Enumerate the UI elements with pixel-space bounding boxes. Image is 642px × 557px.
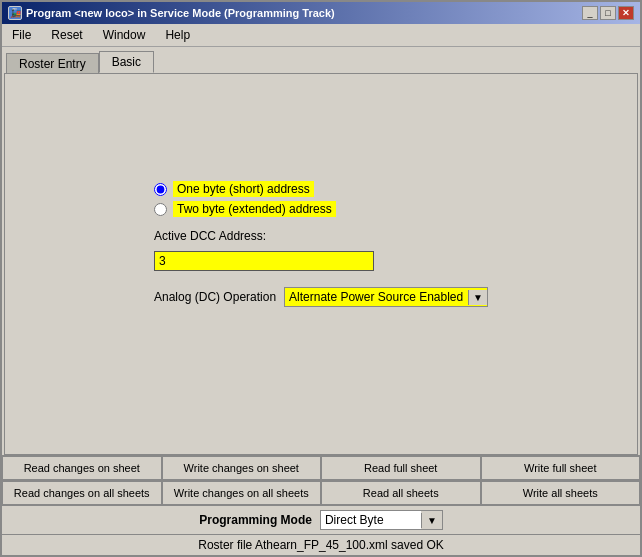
- title-bar-left: 🚂 Program <new loco> in Service Mode (Pr…: [8, 6, 335, 20]
- close-button[interactable]: ✕: [618, 6, 634, 20]
- dcc-address-input[interactable]: [154, 251, 374, 271]
- read-all-sheets-button[interactable]: Read all sheets: [321, 481, 481, 505]
- window-title: Program <new loco> in Service Mode (Prog…: [26, 7, 335, 19]
- analog-row: Analog (DC) Operation Alternate Power So…: [154, 287, 488, 307]
- status-text: Roster file Athearn_FP_45_100.xml saved …: [198, 538, 443, 552]
- programming-mode-arrow[interactable]: ▼: [421, 513, 442, 528]
- programming-mode-label: Programming Mode: [199, 513, 312, 527]
- write-all-sheets-button[interactable]: Write all sheets: [481, 481, 641, 505]
- address-type-group: One byte (short) address Two byte (exten…: [154, 181, 336, 217]
- maximize-button[interactable]: □: [600, 6, 616, 20]
- button-row-1: Read changes on sheet Write changes on s…: [2, 455, 640, 480]
- menu-reset[interactable]: Reset: [45, 26, 88, 44]
- main-window: 🚂 Program <new loco> in Service Mode (Pr…: [0, 0, 642, 557]
- menu-bar: File Reset Window Help: [2, 24, 640, 47]
- radio-one-byte[interactable]: One byte (short) address: [154, 181, 336, 197]
- status-bar: Roster file Athearn_FP_45_100.xml saved …: [2, 534, 640, 555]
- menu-file[interactable]: File: [6, 26, 37, 44]
- radio-two-byte-input[interactable]: [154, 203, 167, 216]
- write-changes-sheet-button[interactable]: Write changes on sheet: [162, 456, 322, 480]
- button-row-2: Read changes on all sheets Write changes…: [2, 480, 640, 505]
- app-icon: 🚂: [8, 6, 22, 20]
- tab-basic[interactable]: Basic: [99, 51, 154, 73]
- main-content: One byte (short) address Two byte (exten…: [4, 73, 638, 455]
- read-full-sheet-button[interactable]: Read full sheet: [321, 456, 481, 480]
- radio-one-byte-label: One byte (short) address: [173, 181, 314, 197]
- window-controls: _ □ ✕: [582, 6, 634, 20]
- programming-mode-row: Programming Mode Direct Byte Paged Mode …: [2, 505, 640, 534]
- title-bar: 🚂 Program <new loco> in Service Mode (Pr…: [2, 2, 640, 24]
- radio-two-byte-label: Two byte (extended) address: [173, 201, 336, 217]
- write-changes-all-sheets-button[interactable]: Write changes on all sheets: [162, 481, 322, 505]
- radio-two-byte[interactable]: Two byte (extended) address: [154, 201, 336, 217]
- bottom-buttons: Read changes on sheet Write changes on s…: [2, 455, 640, 555]
- minimize-button[interactable]: _: [582, 6, 598, 20]
- read-changes-all-sheets-button[interactable]: Read changes on all sheets: [2, 481, 162, 505]
- radio-one-byte-input[interactable]: [154, 183, 167, 196]
- read-changes-sheet-button[interactable]: Read changes on sheet: [2, 456, 162, 480]
- menu-help[interactable]: Help: [159, 26, 196, 44]
- tab-bar: Roster Entry Basic: [2, 47, 640, 73]
- tab-roster-entry[interactable]: Roster Entry: [6, 53, 99, 75]
- analog-select[interactable]: Alternate Power Source Enabled Disabled …: [285, 288, 468, 306]
- analog-dropdown-arrow[interactable]: ▼: [468, 290, 487, 305]
- programming-mode-dropdown: Direct Byte Paged Mode Direct Bit Regist…: [320, 510, 443, 530]
- dcc-address-label: Active DCC Address:: [154, 229, 266, 243]
- form-area: One byte (short) address Two byte (exten…: [154, 181, 488, 307]
- menu-window[interactable]: Window: [97, 26, 152, 44]
- analog-dropdown-wrapper: Alternate Power Source Enabled Disabled …: [284, 287, 488, 307]
- programming-mode-select[interactable]: Direct Byte Paged Mode Direct Bit Regist…: [321, 511, 421, 529]
- analog-label: Analog (DC) Operation: [154, 290, 276, 304]
- write-full-sheet-button[interactable]: Write full sheet: [481, 456, 641, 480]
